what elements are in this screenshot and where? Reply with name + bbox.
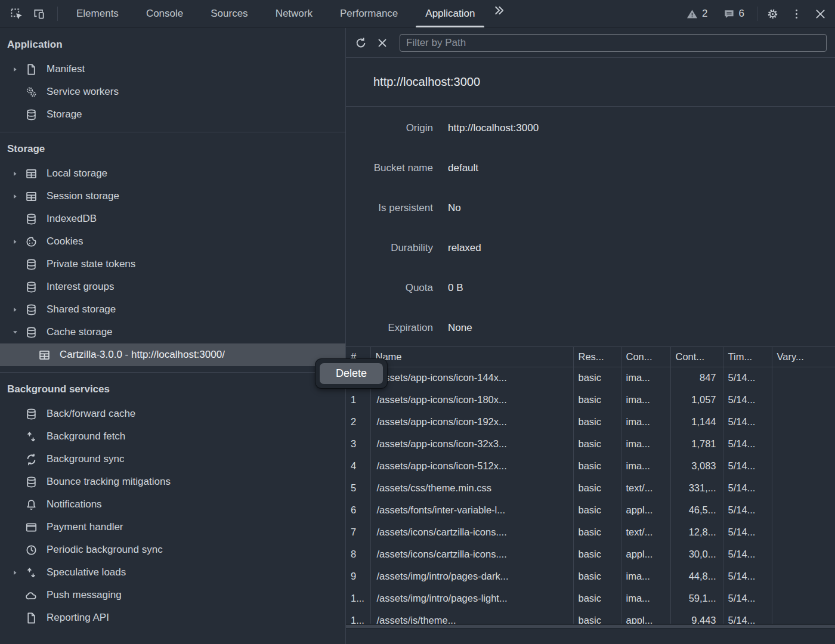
cell-res: basic — [573, 521, 621, 543]
cache-entry-row[interactable]: 7/assets/icons/cartzilla-icons....basict… — [346, 521, 835, 543]
sidebar-item-periodic-background-sync[interactable]: Periodic background sync — [0, 538, 345, 561]
database-icon — [25, 408, 38, 420]
cache-entry-row[interactable]: 4/assets/app-icons/icon-512x...basicima.… — [346, 455, 835, 477]
sidebar-item-background-sync[interactable]: Background sync — [0, 448, 345, 470]
sidebar-item-bounce-tracking-mitigations[interactable]: Bounce tracking mitigations — [0, 470, 345, 493]
chevron-right-icon[interactable] — [12, 230, 25, 253]
sidebar-item-payment-handler[interactable]: Payment handler — [0, 516, 345, 538]
context-menu-delete[interactable]: Delete — [320, 363, 383, 384]
cache-entry-row[interactable]: 8/assets/icons/cartzilla-icons....basica… — [346, 543, 835, 565]
chevrons-right-icon — [493, 4, 505, 17]
column-header-vary[interactable]: Vary... — [772, 347, 835, 367]
cache-entry-row[interactable]: 3/assets/app-icons/icon-32x3...basicima.… — [346, 433, 835, 455]
sidebar-item-label: Shared storage — [47, 304, 116, 315]
delete-selected-button[interactable] — [372, 33, 392, 53]
cell-vary — [772, 609, 835, 624]
sidebar-item-label: Storage — [47, 109, 82, 120]
meta-value: No — [448, 202, 461, 214]
meta-label: Is persistent — [346, 202, 433, 214]
cache-entry-row[interactable]: 0/assets/app-icons/icon-144x...basicima.… — [346, 367, 835, 389]
arrow-spacer — [12, 402, 25, 425]
column-header-con[interactable]: Con... — [621, 347, 670, 367]
cell-res: basic — [573, 455, 621, 477]
tab-network[interactable]: Network — [262, 0, 326, 27]
cell-con: text/... — [621, 477, 670, 499]
inspect-element-button[interactable] — [6, 4, 26, 24]
origin-title: http://localhost:3000 — [346, 75, 480, 89]
chevron-down-icon[interactable] — [12, 321, 25, 343]
arrow-spacer — [12, 584, 25, 606]
device-toolbar-button[interactable] — [29, 4, 49, 24]
sidebar-item-speculative-loads[interactable]: Speculative loads — [0, 561, 345, 584]
tab-console[interactable]: Console — [132, 0, 197, 27]
filter-by-path-input[interactable] — [400, 34, 827, 52]
arrow-spacer — [12, 538, 25, 561]
cache-entry-row[interactable]: 1.../assets/img/intro/pages-light...basi… — [346, 587, 835, 609]
sidebar-section-title: Storage — [0, 140, 345, 162]
more-tabs-button[interactable] — [488, 0, 509, 20]
database-icon — [25, 258, 38, 271]
sidebar-item-manifest[interactable]: Manifest — [0, 58, 345, 80]
sidebar-item-interest-groups[interactable]: Interest groups — [0, 275, 345, 298]
cell-con: appl... — [621, 499, 670, 521]
sidebar-item-cartzilla-3-0-0-http-localhost-3000[interactable]: Cartzilla-3.0.0 - http://localhost:3000/ — [0, 343, 345, 366]
console-messages-badge[interactable]: 6 — [723, 8, 744, 20]
settings-button[interactable] — [762, 4, 783, 24]
cache-entry-row[interactable]: 1.../assets/js/theme...basicappl...9,443… — [346, 609, 835, 624]
close-devtools-button[interactable] — [810, 4, 830, 24]
refresh-caches-button[interactable] — [351, 33, 371, 53]
tab-application[interactable]: Application — [412, 0, 488, 27]
devtools-window: ElementsConsoleSourcesNetworkPerformance… — [0, 0, 835, 644]
horizontal-scrollbar[interactable] — [346, 624, 835, 628]
sidebar-item-label: Interest groups — [47, 281, 114, 293]
sidebar-item-background-fetch[interactable]: Background fetch — [0, 425, 345, 448]
sidebar-item-label: Payment handler — [47, 521, 123, 533]
grid-icon — [25, 190, 38, 203]
column-header-res[interactable]: Res... — [573, 347, 621, 367]
cache-entry-row[interactable]: 6/assets/fonts/inter-variable-l...basica… — [346, 499, 835, 521]
customize-devtools-button[interactable] — [786, 4, 806, 24]
tab-sources[interactable]: Sources — [197, 0, 261, 27]
chevron-right-icon[interactable] — [12, 185, 25, 208]
sidebar-item-indexeddb[interactable]: IndexedDB — [0, 208, 345, 230]
sidebar-item-notifications[interactable]: Notifications — [0, 493, 345, 516]
sidebar-item-cache-storage[interactable]: Cache storage — [0, 321, 345, 343]
sidebar-item-label: Reporting API — [47, 612, 109, 624]
tab-performance[interactable]: Performance — [326, 0, 412, 27]
cache-entry-row[interactable]: 5/assets/css/theme.min.cssbasictext/...3… — [346, 477, 835, 499]
warnings-badge[interactable]: 2 — [686, 8, 707, 20]
tab-elements[interactable]: Elements — [63, 0, 132, 27]
sidebar-item-local-storage[interactable]: Local storage — [0, 162, 345, 185]
tabbar-buttons — [762, 4, 830, 24]
sidebar-item-label: Speculative loads — [47, 566, 126, 578]
sidebar-item-service-workers[interactable]: Service workers — [0, 80, 345, 103]
chevron-right-icon[interactable] — [12, 561, 25, 584]
sidebar-item-cookies[interactable]: Cookies — [0, 230, 345, 253]
cache-entry-row[interactable]: 1/assets/app-icons/icon-180x...basicima.… — [346, 389, 835, 411]
sidebar-item-label: Session storage — [47, 190, 119, 202]
column-header-cont[interactable]: Cont... — [670, 347, 723, 367]
cell-len: 46,5... — [670, 499, 723, 521]
sidebar-item-private-state-tokens[interactable]: Private state tokens — [0, 253, 345, 275]
sidebar-item-shared-storage[interactable]: Shared storage — [0, 298, 345, 321]
chevron-right-icon[interactable] — [12, 162, 25, 185]
sidebar-item-back-forward-cache[interactable]: Back/forward cache — [0, 402, 345, 425]
sidebar-item-session-storage[interactable]: Session storage — [0, 185, 345, 208]
column-header-name[interactable]: Name — [370, 347, 573, 367]
cell-res: basic — [573, 587, 621, 609]
chevron-right-icon[interactable] — [12, 298, 25, 321]
meta-value: 0 B — [448, 282, 463, 294]
console-messages-badge-count: 6 — [739, 8, 744, 20]
sidebar-item-reporting-api[interactable]: Reporting API — [0, 606, 345, 629]
sidebar-item-storage[interactable]: Storage — [0, 103, 345, 126]
meta-row-origin: Originhttp://localhost:3000 — [346, 108, 835, 148]
column-header-tim[interactable]: Tim... — [723, 347, 772, 367]
sidebar-item-push-messaging[interactable]: Push messaging — [0, 584, 345, 606]
disclosure-right-icon — [12, 171, 18, 177]
cache-entry-row[interactable]: 2/assets/app-icons/icon-192x...basicima.… — [346, 411, 835, 433]
context-menu: Delete — [316, 359, 387, 388]
cell-name: /assets/app-icons/icon-144x... — [370, 367, 573, 389]
cloud-icon — [25, 589, 38, 602]
cache-entry-row[interactable]: 9/assets/img/intro/pages-dark...basicima… — [346, 565, 835, 587]
chevron-right-icon[interactable] — [12, 58, 25, 80]
